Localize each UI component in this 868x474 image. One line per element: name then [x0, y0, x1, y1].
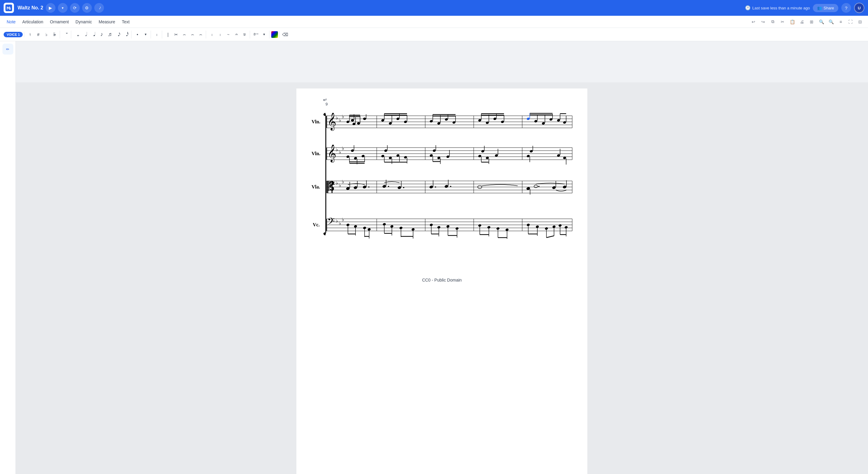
natural-sign[interactable]: ♮	[26, 31, 34, 38]
svg-point-79	[563, 121, 566, 124]
octave-dropdown[interactable]: ▼	[260, 31, 268, 38]
svg-point-166	[353, 186, 358, 189]
metronome-button[interactable]: 𝅘𝅥𝅯	[94, 3, 104, 13]
svg-point-29	[363, 118, 366, 120]
fullscreen-button[interactable]: ⛶	[846, 18, 855, 26]
svg-point-168	[363, 185, 367, 189]
help-button[interactable]: ?	[841, 3, 851, 13]
svg-text:♭: ♭	[336, 180, 338, 186]
svg-point-179	[435, 186, 436, 188]
svg-point-71	[541, 122, 545, 125]
dot-button[interactable]: •	[133, 31, 141, 38]
menu-ornament[interactable]: Ornament	[47, 18, 72, 26]
fermata-button[interactable]: 𝄐	[232, 31, 240, 38]
svg-point-128	[478, 155, 482, 158]
flip3-button[interactable]: ↕	[216, 31, 224, 38]
svg-text:♭: ♭	[339, 118, 341, 123]
edit-tool-button[interactable]: ✏	[2, 44, 13, 55]
share-button[interactable]: 👥 Share	[813, 4, 838, 12]
half-note[interactable]: 𝅗𝅥	[81, 31, 89, 38]
whole-note[interactable]: 𝅝	[73, 31, 81, 38]
eraser-button[interactable]: ⌫	[281, 31, 289, 38]
flip2-button[interactable]: ↕	[208, 31, 216, 38]
sharp-sign[interactable]: #	[34, 31, 42, 38]
svg-text:♭: ♭	[342, 146, 344, 151]
color-picker[interactable]	[271, 31, 278, 38]
user-avatar[interactable]: U	[854, 3, 864, 13]
svg-point-37	[381, 119, 384, 122]
stave-button[interactable]: ≡	[836, 18, 845, 26]
menu-measure[interactable]: Measure	[96, 18, 118, 26]
svg-point-176	[403, 187, 404, 188]
svg-text:Vln.: Vln.	[312, 151, 320, 156]
svg-point-102	[361, 155, 365, 158]
app-logo[interactable]	[4, 3, 14, 13]
svg-point-225	[411, 228, 415, 231]
side-panel: ✏	[0, 41, 16, 474]
svg-point-126	[446, 155, 450, 158]
settings-button[interactable]: ⚙	[82, 3, 92, 13]
loop-button[interactable]: ⟳	[70, 3, 80, 13]
svg-point-25	[351, 119, 354, 122]
zoom-out-button[interactable]: 🔍	[827, 18, 835, 26]
menu-articulation[interactable]: Articulation	[20, 18, 46, 26]
menu-text[interactable]: Text	[119, 18, 133, 26]
svg-text:Vc.: Vc.	[313, 222, 320, 227]
grid-button[interactable]: ⊟	[856, 18, 864, 26]
sixteenth-note[interactable]: ♬	[106, 31, 114, 38]
svg-point-133	[481, 150, 485, 153]
beam-alt-tool[interactable]: ⌢	[197, 31, 205, 38]
svg-point-49	[437, 122, 441, 125]
beam-tool[interactable]: ⌢	[188, 31, 196, 38]
flip-button[interactable]: ↕	[153, 31, 161, 38]
svg-point-230	[437, 226, 441, 229]
svg-point-248	[526, 223, 530, 226]
table-button[interactable]: ⊞	[807, 18, 816, 26]
dropdown-button[interactable]: ▼	[58, 3, 68, 13]
top-bar: Waltz No. 2 ▶ ▼ ⟳ ⚙ 𝅘𝅥𝅯 🕐 Last save less…	[0, 0, 868, 16]
voice-selector[interactable]: VOICE 1	[4, 32, 23, 37]
svg-point-100	[354, 157, 357, 160]
accent-button[interactable]: ~	[224, 31, 232, 38]
eighth-note[interactable]: ♪	[98, 31, 105, 38]
tie-tool[interactable]: ⌢	[180, 31, 188, 38]
svg-point-186	[534, 185, 538, 188]
color-section	[270, 31, 279, 38]
thirty-second-note[interactable]: 𝅘𝅥𝅯	[114, 31, 122, 38]
whole-rest[interactable]: 𝄻	[62, 31, 70, 38]
menu-note[interactable]: Note	[4, 18, 19, 26]
svg-text:𝄢: 𝄢	[328, 180, 335, 192]
svg-point-215	[367, 228, 371, 231]
double-flat-sign[interactable]: 𝄫	[51, 31, 59, 38]
svg-point-180	[444, 185, 448, 188]
svg-text:♭: ♭	[336, 147, 338, 152]
octave-btn[interactable]: 8ᵛᵃ	[252, 31, 260, 38]
svg-text:𝄞: 𝄞	[327, 145, 336, 163]
measure-number: 9	[326, 102, 328, 106]
svg-point-235	[455, 227, 459, 230]
svg-point-233	[446, 225, 450, 228]
cursor-tool[interactable]: |	[164, 31, 172, 38]
cut-button[interactable]: ✂	[778, 18, 787, 26]
svg-text:♭: ♭	[342, 179, 344, 184]
paste-button[interactable]: 📋	[788, 18, 797, 26]
zoom-in-button[interactable]: 🔍	[817, 18, 826, 26]
play-button[interactable]: ▶	[46, 3, 56, 13]
dot-section: • ▼	[132, 31, 151, 38]
menu-dynamic[interactable]: Dynamic	[72, 18, 95, 26]
svg-point-187	[538, 186, 539, 187]
sixty-fourth-note[interactable]: 𝅘𝅥𝅰	[122, 31, 130, 38]
scissors-tool[interactable]: ✂	[172, 31, 180, 38]
main-content: ↵ 9	[16, 83, 868, 474]
flat-sign[interactable]: ♭	[42, 31, 50, 38]
print-button[interactable]: 🖨	[798, 18, 806, 26]
undo-button[interactable]: ↩	[749, 18, 758, 26]
copy-button[interactable]: ⧉	[769, 18, 777, 26]
dot-dropdown[interactable]: ▼	[142, 31, 149, 38]
octave-section: 8ᵛᵃ ▼	[251, 31, 270, 38]
svg-point-67	[526, 117, 530, 120]
quarter-note[interactable]: 𝅘𝅥	[89, 31, 97, 38]
redo-button[interactable]: ↪	[759, 18, 767, 26]
svg-point-41	[396, 117, 400, 120]
trill-button[interactable]: tr	[241, 31, 249, 38]
